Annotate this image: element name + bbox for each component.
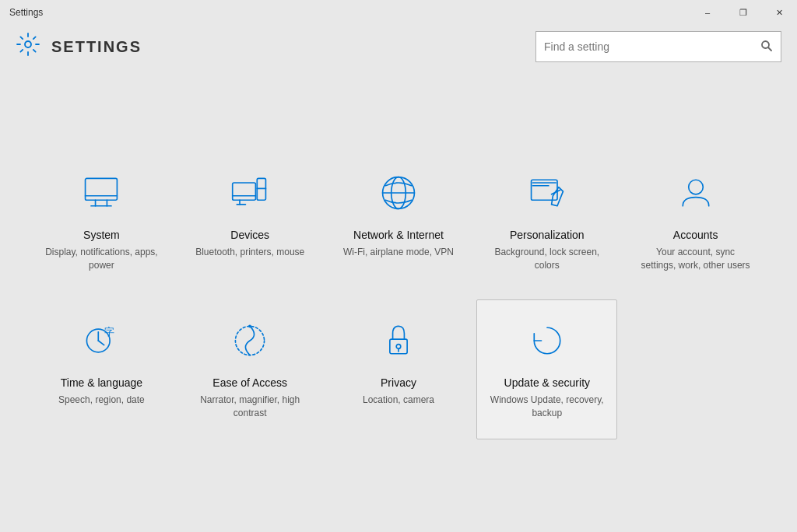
devices-icon bbox=[225, 168, 275, 218]
update-desc: Windows Update, recovery, backup bbox=[490, 394, 604, 420]
search-icon bbox=[760, 40, 773, 54]
network-icon bbox=[374, 168, 423, 218]
personalization-desc: Background, lock screen, colors bbox=[490, 246, 604, 272]
accounts-name: Accounts bbox=[673, 229, 718, 241]
window-title: Settings bbox=[9, 7, 43, 18]
ease-icon bbox=[225, 316, 275, 366]
settings-grid: SystemDisplay, notifications, apps, powe… bbox=[31, 152, 766, 439]
privacy-icon bbox=[374, 316, 423, 366]
privacy-desc: Location, camera bbox=[363, 394, 434, 407]
ease-desc: Narrator, magnifier, high contrast bbox=[193, 394, 307, 420]
ease-name: Ease of Access bbox=[212, 376, 287, 389]
header-left: SETTINGS bbox=[16, 32, 142, 62]
settings-item-system[interactable]: SystemDisplay, notifications, apps, powe… bbox=[31, 152, 172, 292]
settings-item-network[interactable]: Network & InternetWi-Fi, airplane mode, … bbox=[328, 152, 469, 292]
privacy-name: Privacy bbox=[381, 376, 416, 389]
accounts-icon bbox=[671, 168, 721, 218]
network-desc: Wi-Fi, airplane mode, VPN bbox=[343, 246, 454, 259]
svg-rect-8 bbox=[233, 183, 256, 200]
personalization-icon bbox=[522, 168, 572, 218]
system-icon bbox=[76, 168, 126, 218]
svg-line-24 bbox=[99, 341, 104, 345]
header: SETTINGS bbox=[0, 25, 797, 75]
update-icon bbox=[522, 316, 572, 366]
window-controls: – ❐ ✕ bbox=[690, 0, 797, 25]
settings-item-privacy[interactable]: PrivacyLocation, camera bbox=[328, 299, 469, 439]
svg-rect-3 bbox=[86, 179, 118, 201]
network-name: Network & Internet bbox=[353, 229, 444, 241]
svg-point-27 bbox=[248, 325, 251, 328]
search-box[interactable] bbox=[535, 31, 781, 62]
svg-line-2 bbox=[768, 47, 771, 51]
settings-item-update[interactable]: Update & securityWindows Update, recover… bbox=[476, 299, 617, 439]
devices-name: Devices bbox=[230, 229, 269, 241]
system-desc: Display, notifications, apps, power bbox=[44, 246, 159, 272]
settings-item-accounts[interactable]: AccountsYour account, sync settings, wor… bbox=[625, 152, 766, 292]
title-bar: Settings – ❐ ✕ bbox=[0, 0, 797, 25]
settings-item-ease[interactable]: Ease of AccessNarrator, magnifier, high … bbox=[180, 299, 321, 439]
accounts-desc: Your account, sync settings, work, other… bbox=[638, 246, 753, 272]
settings-main: SystemDisplay, notifications, apps, powe… bbox=[0, 75, 797, 532]
time-desc: Speech, region, date bbox=[58, 394, 145, 407]
svg-rect-9 bbox=[257, 179, 265, 201]
search-input[interactable] bbox=[544, 40, 760, 53]
time-name: Time & language bbox=[61, 376, 142, 389]
gear-icon bbox=[16, 32, 40, 62]
update-name: Update & security bbox=[504, 376, 591, 389]
time-icon: 字 bbox=[76, 316, 126, 366]
app-title: SETTINGS bbox=[51, 38, 142, 56]
svg-point-21 bbox=[688, 180, 703, 195]
system-name: System bbox=[83, 229, 120, 241]
minimize-button[interactable]: – bbox=[690, 0, 725, 25]
maximize-button[interactable]: ❐ bbox=[725, 0, 761, 25]
svg-text:字: 字 bbox=[104, 326, 114, 338]
svg-point-0 bbox=[25, 41, 31, 47]
personalization-name: Personalization bbox=[510, 229, 585, 241]
devices-desc: Bluetooth, printers, mouse bbox=[195, 246, 304, 259]
close-button[interactable]: ✕ bbox=[761, 0, 797, 25]
settings-item-personalization[interactable]: PersonalizationBackground, lock screen, … bbox=[476, 152, 617, 292]
settings-item-time[interactable]: 字Time & languageSpeech, region, date bbox=[31, 299, 172, 439]
settings-item-devices[interactable]: DevicesBluetooth, printers, mouse bbox=[180, 152, 321, 292]
